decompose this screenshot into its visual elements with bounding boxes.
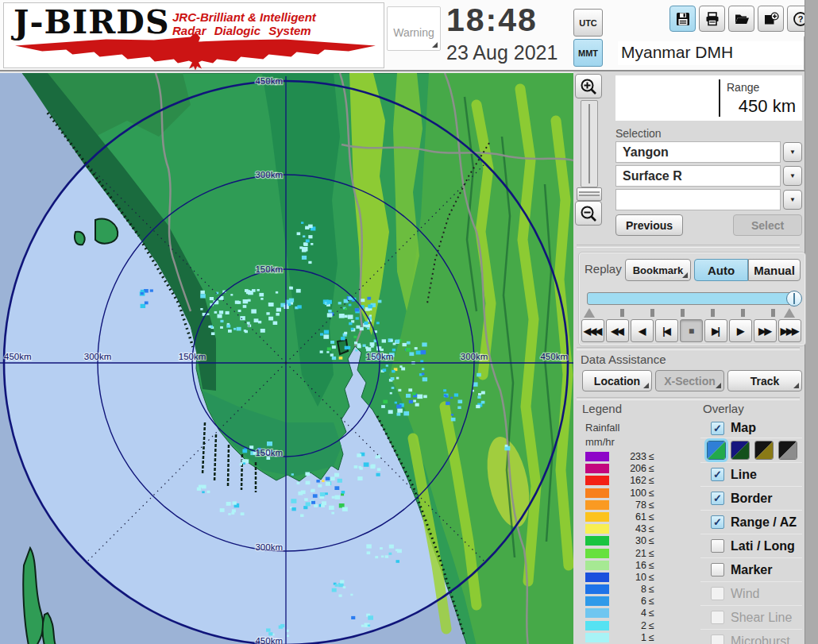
playback-controls: ◀◀◀◀◀◀|◀■▶|▶▶▶▶▶▶ bbox=[581, 319, 801, 342]
legend-operator: ≤ bbox=[649, 488, 654, 499]
separator bbox=[577, 397, 800, 400]
replay-timeline-slider[interactable] bbox=[587, 292, 797, 305]
separator bbox=[577, 245, 800, 248]
extra-dropdown-value[interactable] bbox=[615, 189, 781, 210]
overlay-item-label: Line bbox=[731, 468, 757, 482]
save-button[interactable] bbox=[669, 6, 696, 32]
utc-button[interactable]: UTC bbox=[573, 9, 603, 37]
legend-value: 162 bbox=[612, 475, 646, 486]
replay-slider-handle[interactable] bbox=[786, 291, 802, 307]
warning-button[interactable]: Warning bbox=[387, 6, 441, 51]
skip-to-start-button[interactable]: ◀◀◀ bbox=[581, 319, 604, 342]
zoom-slider-track[interactable] bbox=[581, 100, 598, 187]
fast-forward-button[interactable]: ▶▶ bbox=[754, 319, 777, 342]
ring-label: 150km bbox=[366, 352, 394, 361]
ring-label: 300km bbox=[461, 352, 488, 361]
open-folder-button[interactable] bbox=[728, 6, 754, 32]
wind-checkbox[interactable] bbox=[711, 587, 724, 600]
mmt-button[interactable]: MMT bbox=[573, 39, 603, 67]
previous-button[interactable]: Previous bbox=[615, 214, 683, 236]
site-dropdown: Yangon▼ bbox=[615, 141, 802, 163]
bookmark-button[interactable]: Bookmark bbox=[625, 259, 691, 281]
shear-line-checkbox[interactable] bbox=[711, 611, 724, 624]
overlay-item-label: Lati / Long bbox=[731, 539, 795, 553]
legend-value: 43 bbox=[612, 523, 646, 534]
legend-value: 10 bbox=[612, 572, 646, 583]
play-button[interactable]: ▶ bbox=[729, 319, 752, 342]
tick bbox=[650, 309, 654, 317]
print-button[interactable] bbox=[699, 6, 725, 32]
product-dropdown-arrow-icon[interactable]: ▼ bbox=[783, 166, 802, 186]
step-back-button[interactable]: |◀ bbox=[655, 319, 678, 342]
radar-map-canvas[interactable]: 150km150km150km150km300km300km300km300km… bbox=[0, 73, 573, 644]
play-reverse-button[interactable]: ◀ bbox=[631, 319, 654, 342]
x-section-button[interactable]: X-Section bbox=[655, 370, 724, 391]
legend-row: 100≤ bbox=[585, 488, 673, 499]
warning-button-label: Warning bbox=[393, 26, 434, 39]
legend-operator: ≤ bbox=[649, 596, 654, 607]
legend-color-swatch bbox=[585, 464, 609, 473]
legend-color-swatch bbox=[585, 549, 609, 558]
border-checkbox[interactable]: ✓ bbox=[711, 492, 724, 505]
skip-to-end-button[interactable]: ▶▶▶ bbox=[778, 319, 801, 342]
extra-dropdown-arrow-icon[interactable]: ▼ bbox=[783, 190, 802, 210]
zoom-out-button[interactable] bbox=[575, 201, 602, 226]
ring-label: 300km bbox=[255, 170, 283, 179]
range-divider bbox=[719, 79, 720, 117]
separator bbox=[577, 347, 800, 350]
legend-value: 1 bbox=[612, 632, 646, 643]
legend-value: 21 bbox=[612, 548, 646, 559]
legend-row: 21≤ bbox=[585, 548, 673, 560]
legend-color-swatch bbox=[585, 584, 609, 594]
overlay-item-marker: Marker bbox=[700, 557, 802, 581]
legend-operator: ≤ bbox=[649, 632, 654, 643]
lati-long-checkbox[interactable] bbox=[711, 539, 724, 553]
zoom-in-button[interactable] bbox=[575, 74, 602, 98]
auto-button[interactable]: Auto bbox=[694, 259, 748, 281]
replay-slider-ticks bbox=[584, 308, 800, 318]
legend-row: 78≤ bbox=[585, 499, 673, 511]
tick-start-marker bbox=[584, 308, 595, 318]
map-style-1[interactable] bbox=[707, 441, 726, 460]
overlay-title: Overlay bbox=[703, 402, 744, 415]
legend-value: 2 bbox=[612, 620, 646, 631]
legend-operator: ≤ bbox=[649, 451, 654, 462]
line-checkbox[interactable]: ✓ bbox=[711, 468, 724, 481]
map-style-4[interactable] bbox=[778, 441, 797, 460]
step-forward-button[interactable]: ▶| bbox=[704, 319, 727, 342]
range-az-checkbox[interactable]: ✓ bbox=[711, 515, 724, 529]
replay-label: Replay bbox=[585, 262, 622, 276]
overlay-list: ✓Map✓Line✓Border✓Range / AZLati / LongMa… bbox=[700, 418, 802, 644]
map-checkbox[interactable]: ✓ bbox=[711, 422, 724, 435]
site-dropdown-value[interactable]: Yangon bbox=[615, 141, 781, 163]
eagle-logo-icon bbox=[10, 33, 377, 71]
legend-color-swatch bbox=[585, 633, 609, 642]
ring-label: 300km bbox=[84, 352, 112, 361]
stop-button[interactable]: ■ bbox=[680, 319, 703, 342]
map-style-3[interactable] bbox=[754, 441, 774, 460]
ring-label: 450km bbox=[4, 352, 32, 361]
image-add-button[interactable] bbox=[758, 6, 784, 32]
ring-label: 150km bbox=[179, 352, 206, 361]
fast-rewind-button[interactable]: ◀◀ bbox=[606, 319, 629, 342]
product-dropdown-value[interactable]: Surface R bbox=[615, 165, 781, 187]
rainfall-legend: 233≤206≤162≤100≤78≤61≤43≤30≤21≤16≤10≤8≤6… bbox=[585, 451, 673, 644]
ring-label: 450km bbox=[255, 76, 283, 86]
zoom-slider-handle[interactable] bbox=[577, 187, 602, 201]
site-dropdown-arrow-icon[interactable]: ▼ bbox=[783, 142, 802, 162]
map-style-2[interactable] bbox=[731, 441, 750, 460]
legend-value: 233 bbox=[612, 451, 646, 462]
radar-map[interactable]: 150km150km150km150km300km300km300km300km… bbox=[0, 71, 573, 644]
track-button[interactable]: Track bbox=[727, 370, 802, 391]
ring-label: 150km bbox=[255, 448, 283, 457]
microburst-checkbox[interactable] bbox=[711, 634, 724, 644]
marker-checkbox[interactable] bbox=[711, 563, 724, 577]
legend-row: 6≤ bbox=[585, 596, 673, 607]
manual-button[interactable]: Manual bbox=[748, 259, 801, 281]
range-label: Range bbox=[727, 81, 759, 94]
location-button[interactable]: Location bbox=[582, 370, 652, 391]
select-button[interactable]: Select bbox=[733, 214, 802, 236]
ring-label: 300km bbox=[255, 542, 283, 552]
jbirds-window: J-BIRDS JRC-Brilliant & Intelligent Rada… bbox=[0, 0, 818, 644]
legend-row: 1≤ bbox=[585, 632, 673, 644]
